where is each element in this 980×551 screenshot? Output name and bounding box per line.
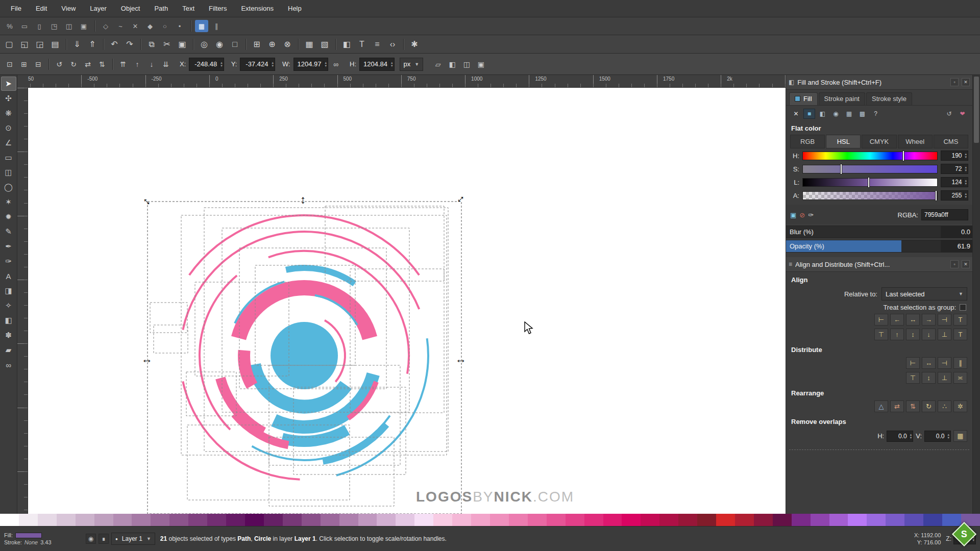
print-button[interactable]: ▤: [48, 37, 62, 52]
rgba-input[interactable]: 7959a0ff: [921, 209, 968, 220]
exchange-z-order-button[interactable]: ⇅: [906, 400, 920, 412]
alpha-slider[interactable]: [802, 191, 938, 200]
palette-swatch[interactable]: [659, 514, 678, 526]
saturation-slider[interactable]: [802, 165, 938, 173]
remove-h-field[interactable]: 0.0▴▾: [887, 431, 913, 442]
lightness-slider-marker[interactable]: [868, 178, 869, 187]
menu-file[interactable]: File: [4, 2, 28, 15]
zoom-selection-button[interactable]: ◎: [197, 37, 211, 52]
distribute-equal-vertical-gaps-button[interactable]: ≍: [953, 372, 967, 384]
palette-swatch[interactable]: [923, 514, 942, 526]
fill-stroke-indicator[interactable]: Fill: Stroke: None 3.43: [4, 532, 81, 545]
flat-color-button[interactable]: ■: [803, 109, 815, 119]
panel-scrollbar-thumb[interactable]: [974, 77, 979, 143]
opacity-value[interactable]: 61.9: [941, 240, 972, 252]
saturation-spinner[interactable]: ▴▾: [963, 165, 968, 172]
zoom-page-button[interactable]: □: [228, 37, 242, 52]
cut-button[interactable]: ✂: [160, 37, 174, 52]
palette-swatch[interactable]: [603, 514, 622, 526]
align-right-edges-button[interactable]: →: [922, 314, 936, 325]
pencil-tool[interactable]: ✎: [1, 224, 16, 239]
copy-button[interactable]: ⧉: [144, 37, 159, 52]
palette-swatch[interactable]: [904, 514, 923, 526]
w-field[interactable]: 1204.97 ▴▾: [293, 58, 329, 71]
snap-bbox-button[interactable]: ▭: [18, 20, 31, 32]
color-tab-hsl[interactable]: HSL: [826, 135, 861, 148]
raise-to-top-button[interactable]: ⇈: [116, 58, 130, 71]
text-dialog-button[interactable]: T: [355, 37, 369, 52]
palette-swatch[interactable]: [377, 514, 396, 526]
rectangle-tool[interactable]: ▭: [1, 151, 16, 165]
select-all-button[interactable]: ⊡: [3, 58, 16, 71]
selector-tool[interactable]: ➤: [1, 77, 16, 91]
tab-fill[interactable]: Fill: [789, 92, 818, 105]
palette-swatch[interactable]: [358, 514, 377, 526]
snap-paths-button[interactable]: ~: [114, 20, 127, 32]
unlink-clone-button[interactable]: ⊗: [280, 37, 295, 52]
canvas[interactable]: ↔ ↔ ↔ ↔ ↔ LOGOSBYNICK.COM: [28, 88, 786, 514]
distribute-left-edges-button[interactable]: ⊢: [906, 357, 920, 369]
save-document-button[interactable]: ◲: [33, 37, 47, 52]
menu-extensions[interactable]: Extensions: [234, 2, 280, 15]
palette-swatch[interactable]: [697, 514, 716, 526]
palette-swatch[interactable]: [566, 514, 584, 526]
paint-bucket-tool[interactable]: ◧: [1, 313, 16, 328]
saturation-slider-marker[interactable]: [841, 164, 842, 174]
ungroup-button[interactable]: ▧: [317, 37, 332, 52]
distribute-centers-horizontally-button[interactable]: ↔: [922, 357, 936, 369]
ellipse-tool[interactable]: ◯: [1, 180, 16, 194]
palette-swatch[interactable]: [226, 514, 245, 526]
palette-swatch[interactable]: [113, 514, 132, 526]
create-clone-button[interactable]: ⊕: [265, 37, 279, 52]
remove-v-field[interactable]: 0.0▴▾: [924, 431, 951, 442]
horizontal-ruler[interactable]: -750-500-250025050075010001250150017502k: [17, 75, 786, 88]
align-left-to-right-edge-button[interactable]: ⊣: [938, 314, 951, 325]
alpha-spinner[interactable]: ▴▾: [963, 192, 968, 199]
palette-swatch[interactable]: [245, 514, 264, 526]
palette-swatch[interactable]: [94, 514, 113, 526]
layer-dropdown[interactable]: ● Layer 1 ▼: [111, 533, 155, 545]
palette-swatch[interactable]: [452, 514, 471, 526]
color-history-button[interactable]: ↺: [943, 109, 955, 119]
lower-to-bottom-button[interactable]: ⇊: [159, 58, 173, 71]
zoom-tool[interactable]: ⊙: [1, 121, 16, 135]
undo-button[interactable]: ↶: [107, 37, 121, 52]
lightness-value[interactable]: 124: [941, 179, 963, 186]
palette-swatch[interactable]: [811, 514, 829, 526]
hue-slider-marker[interactable]: [903, 151, 904, 161]
snap-grid-button[interactable]: ▦: [195, 20, 208, 32]
hue-value[interactable]: 190: [941, 152, 963, 159]
color-managed-icon[interactable]: ▣: [790, 211, 796, 219]
measure-tool[interactable]: ∠: [1, 136, 16, 150]
snap-midpoints-button[interactable]: •: [173, 20, 186, 32]
unknown-paint-button[interactable]: ?: [870, 109, 881, 119]
units-dropdown[interactable]: px ▼: [400, 58, 424, 71]
rotate-90-cw-button[interactable]: ↻: [67, 58, 80, 71]
palette-swatch[interactable]: [622, 514, 641, 526]
menu-help[interactable]: Help: [281, 2, 308, 15]
palette-swatch[interactable]: [132, 514, 151, 526]
xml-editor-button[interactable]: ‹›: [385, 37, 400, 52]
stroke-width-value[interactable]: 3.43: [40, 539, 51, 545]
align-top-to-bottom-edge-button[interactable]: ⊥: [938, 329, 951, 340]
tweak-tool[interactable]: ❋: [1, 106, 16, 120]
lower-button[interactable]: ↓: [145, 58, 158, 71]
import-button[interactable]: ⇓: [70, 37, 84, 52]
blur-row[interactable]: Blur (%) 0.0: [786, 226, 972, 238]
snap-smooth-nodes-button[interactable]: ○: [158, 20, 172, 32]
lock-width-height-toggle[interactable]: ∞: [329, 58, 342, 71]
palette-swatch[interactable]: [716, 514, 735, 526]
palette-swatch[interactable]: [207, 514, 226, 526]
h-field-value[interactable]: 1204.84: [360, 60, 389, 68]
pattern-button[interactable]: ▦: [843, 109, 855, 119]
distribute-equal-horizontal-gaps-button[interactable]: ∥: [953, 357, 967, 369]
align-text-vertical-button[interactable]: T: [953, 329, 967, 340]
palette-swatch[interactable]: [584, 514, 603, 526]
new-document-button[interactable]: ▢: [2, 37, 16, 52]
center-vertical-axis-button[interactable]: ↔: [906, 314, 920, 325]
favorites-button[interactable]: ❤: [957, 109, 968, 119]
palette-swatch[interactable]: [641, 514, 659, 526]
palette-swatch[interactable]: [264, 514, 283, 526]
text-tool[interactable]: A: [1, 269, 16, 283]
palette-swatch[interactable]: [169, 514, 188, 526]
